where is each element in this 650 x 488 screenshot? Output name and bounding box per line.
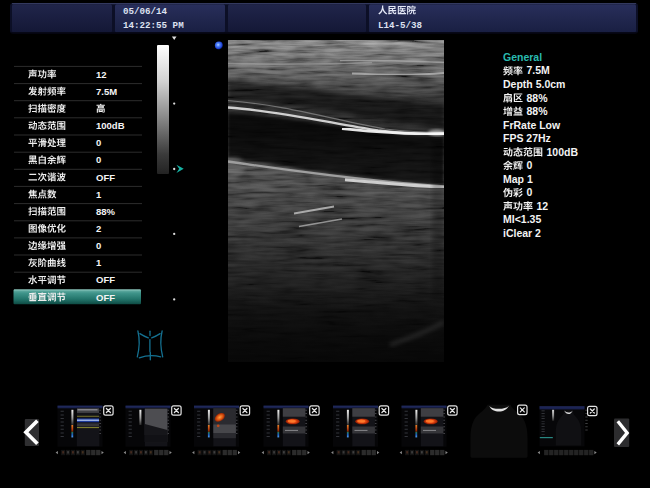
svg-text:General: General [503,51,542,63]
svg-text:12: 12 [96,69,107,80]
svg-text:MI<1.35: MI<1.35 [503,213,541,225]
svg-text:Map 1: Map 1 [503,173,533,185]
svg-text:12: 12 [537,200,549,212]
svg-text:0: 0 [96,137,101,148]
svg-text:OFF: OFF [96,292,115,303]
svg-text:Depth 5.0cm: Depth 5.0cm [503,78,565,90]
svg-text:0: 0 [96,154,101,165]
svg-text:OFF: OFF [96,172,115,183]
svg-text:100dB: 100dB [547,146,579,158]
svg-text:7.5M: 7.5M [527,64,551,76]
svg-text:iClear 2: iClear 2 [503,227,541,239]
svg-text:100dB: 100dB [96,120,125,131]
svg-text:1: 1 [96,257,102,268]
svg-text:FrRate Low: FrRate Low [503,119,561,131]
svg-text:14:22:55 PM: 14:22:55 PM [123,20,184,31]
svg-text:2: 2 [96,223,101,234]
svg-text:88%: 88% [527,105,549,117]
svg-text:OFF: OFF [96,274,115,285]
svg-text:FPS 27Hz: FPS 27Hz [503,132,551,144]
svg-text:88%: 88% [527,92,549,104]
svg-text:0: 0 [527,186,533,198]
svg-text:88%: 88% [96,206,116,217]
svg-text:05/06/14: 05/06/14 [123,6,168,17]
svg-text:L14-5/38: L14-5/38 [378,20,423,31]
svg-text:7.5M: 7.5M [96,86,117,97]
svg-text:0: 0 [527,159,533,171]
svg-text:0: 0 [96,240,101,251]
svg-text:1: 1 [96,189,102,200]
